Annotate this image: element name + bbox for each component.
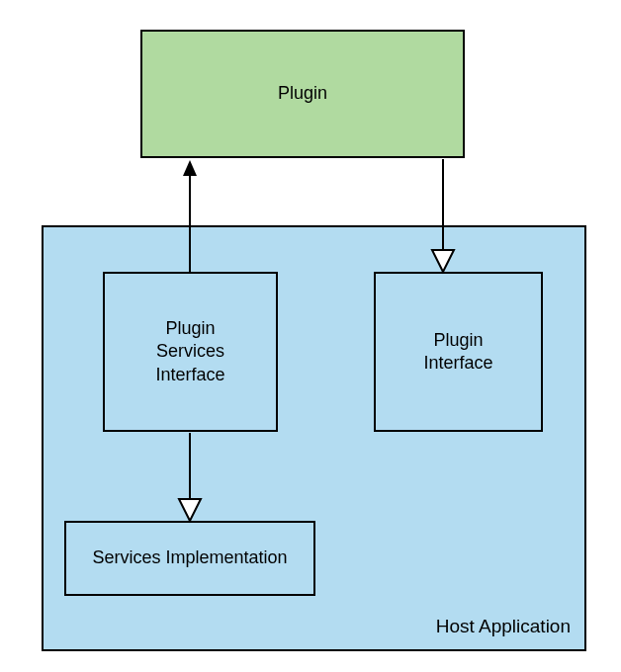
plugin-interface-box: Plugin Interface bbox=[374, 272, 543, 432]
services-implementation-box: Services Implementation bbox=[64, 521, 315, 596]
plugin-services-interface-box: Plugin Services Interface bbox=[103, 272, 278, 432]
services-implementation-label: Services Implementation bbox=[92, 546, 287, 569]
svg-marker-1 bbox=[183, 160, 197, 176]
plugin-services-interface-label: Plugin Services Interface bbox=[155, 317, 224, 386]
plugin-label: Plugin bbox=[278, 82, 327, 105]
uml-plugin-diagram: Host Application Plugin Plugin Services … bbox=[0, 0, 621, 672]
host-application-label: Host Application bbox=[436, 615, 571, 639]
plugin-interface-label: Plugin Interface bbox=[423, 329, 492, 376]
plugin-box: Plugin bbox=[140, 30, 465, 158]
